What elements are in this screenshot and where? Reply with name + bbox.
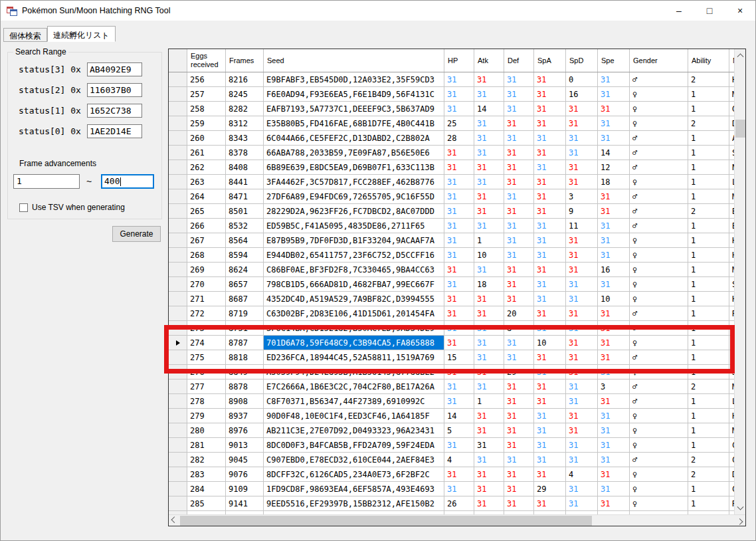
cell-ability[interactable]: 1 [688, 248, 729, 262]
cell-iv[interactable]: 31 [474, 496, 504, 510]
cell-iv[interactable]: 31 [566, 160, 598, 174]
cell-iv[interactable]: 31 [444, 146, 474, 160]
cell-iv[interactable]: 31 [534, 102, 566, 116]
cell-iv[interactable]: 31 [566, 292, 598, 306]
cell-ability[interactable]: 1 [688, 409, 729, 423]
cell-iv[interactable]: 31 [504, 102, 534, 116]
cell-iv[interactable]: 31 [598, 423, 630, 437]
cell-seed[interactable]: 3FA4462F,3C57D817,FCC288EF,462B8776 [264, 175, 444, 189]
cell-iv[interactable]: 31 [598, 306, 630, 320]
cell-frames[interactable]: 8378 [226, 146, 264, 160]
cell-seed[interactable]: E944DB02,65411757,23F6C752,D5CCFF16 [264, 248, 444, 262]
cell-seed[interactable]: AB211C3E,27E07D92,D0493323,96A23431 [264, 423, 444, 437]
cell-ability[interactable]: 1 [688, 87, 729, 101]
cell-ability[interactable]: 1 [688, 219, 729, 233]
cell-gender[interactable]: ♀ [630, 277, 688, 291]
row-header-cell[interactable] [169, 453, 187, 467]
cell-nature[interactable]: D [729, 467, 734, 481]
cell-seed[interactable]: F6E0AD94,F93E6EA5,F6E1B4D9,56F4131C [264, 87, 444, 101]
cell-iv[interactable]: 31 [566, 175, 598, 189]
row-header-cell[interactable] [169, 467, 187, 481]
cell-frames[interactable]: 8937 [226, 409, 264, 423]
cell-iv[interactable]: 31 [534, 277, 566, 291]
row-header-cell[interactable] [169, 423, 187, 437]
cell-eggs-received[interactable]: 271 [187, 292, 226, 306]
cell-iv[interactable]: 31 [534, 248, 566, 262]
cell-nature[interactable]: H [729, 233, 734, 247]
cell-iv[interactable]: 31 [598, 72, 630, 86]
cell-nature[interactable]: N [729, 160, 734, 174]
cell-iv[interactable]: 31 [504, 467, 534, 481]
cell-iv[interactable]: 29 [534, 482, 566, 496]
cell-iv[interactable]: 31 [504, 248, 534, 262]
cell-seed[interactable]: 1FD9CD8F,98693EA4,6EF5857A,493E4693 [264, 482, 444, 496]
cell-iv[interactable]: 31 [474, 87, 504, 101]
cell-iv[interactable]: 31 [504, 189, 534, 203]
cell-iv[interactable]: 31 [598, 116, 630, 130]
cell-iv[interactable]: 31 [566, 277, 598, 291]
cell-iv[interactable]: 31 [474, 146, 504, 160]
cell-iv[interactable]: 31 [504, 146, 534, 160]
cell-seed[interactable]: E7C2666A,1B6E3C2C,704C2F80,BE17A26A [264, 379, 444, 393]
cell-ability[interactable]: 1 [688, 160, 729, 174]
cell-eggs-received[interactable]: 284 [187, 482, 226, 496]
cell-iv[interactable]: 31 [444, 379, 474, 393]
cell-nature[interactable]: M [729, 379, 734, 393]
cell-ability[interactable]: 1 [688, 496, 729, 510]
cell-eggs-received[interactable]: 281 [187, 438, 226, 452]
cell-gender[interactable]: ♂ [630, 306, 688, 320]
cell-iv[interactable]: 31 [474, 263, 504, 276]
cell-frames[interactable]: 8441 [226, 175, 264, 189]
cell-ability[interactable]: 2 [688, 116, 729, 130]
cell-nature[interactable]: G [729, 102, 734, 116]
row-header-cell[interactable] [169, 409, 187, 423]
cell-iv[interactable]: 31 [504, 160, 534, 174]
column-header-spa[interactable]: SpA [534, 49, 566, 72]
cell-iv[interactable]: 31 [504, 277, 534, 291]
cell-iv[interactable]: 31 [504, 482, 534, 496]
vertical-scrollbar[interactable] [734, 49, 745, 514]
tab-individual-search[interactable]: 個体検索 [3, 28, 47, 42]
cell-iv[interactable]: 31 [534, 233, 566, 247]
cell-ability[interactable]: 1 [688, 306, 729, 320]
cell-iv[interactable]: 31 [598, 248, 630, 262]
row-header-cell[interactable] [169, 219, 187, 233]
cell-gender[interactable]: ♀ [630, 438, 688, 452]
cell-iv[interactable]: 14 [598, 146, 630, 160]
cell-gender[interactable]: ♂ [630, 453, 688, 467]
cell-iv[interactable]: 31 [598, 189, 630, 203]
cell-iv[interactable]: 31 [598, 277, 630, 291]
cell-iv[interactable]: 31 [504, 116, 534, 130]
cell-iv[interactable]: 31 [474, 482, 504, 496]
cell-iv[interactable]: 31 [444, 292, 474, 306]
cell-iv[interactable]: 31 [534, 453, 566, 467]
cell-iv[interactable]: 31 [444, 263, 474, 276]
row-header-cell[interactable] [169, 175, 187, 189]
cell-iv[interactable]: 31 [534, 409, 566, 423]
cell-iv[interactable]: 31 [566, 453, 598, 467]
cell-iv[interactable]: 31 [566, 409, 598, 423]
cell-iv[interactable]: 31 [598, 496, 630, 510]
cell-seed[interactable]: 27DF6A89,E94FDC69,72655705,9C16F55D [264, 189, 444, 203]
cell-iv[interactable]: 20 [504, 306, 534, 320]
cell-iv[interactable]: 31 [566, 248, 598, 262]
column-header-spe[interactable]: Spe [598, 49, 630, 72]
horizontal-scrollbar-thumb[interactable] [180, 516, 592, 526]
cell-iv[interactable]: 31 [534, 116, 566, 130]
cell-iv[interactable]: 31 [474, 219, 504, 233]
cell-seed[interactable]: 8DCFF32C,6126CAD5,234A0E73,6F2BF2C [264, 467, 444, 481]
cell-iv[interactable]: 31 [444, 248, 474, 262]
cell-ability[interactable]: 1 [688, 189, 729, 203]
cell-seed[interactable]: C907EBD0,E78ECD32,610CE044,2AEF84E3 [264, 453, 444, 467]
cell-eggs-received[interactable]: 282 [187, 453, 226, 467]
row-header-cell[interactable] [169, 292, 187, 306]
cell-iv[interactable]: 31 [534, 438, 566, 452]
cell-gender[interactable]: ♀ [630, 409, 688, 423]
row-header-cell[interactable] [169, 438, 187, 452]
column-header-def[interactable]: Def [504, 49, 534, 72]
cell-frames[interactable]: 8564 [226, 233, 264, 247]
row-header-cell[interactable] [169, 116, 187, 130]
row-header-cell[interactable] [169, 146, 187, 160]
cell-iv[interactable]: 31 [444, 467, 474, 481]
cell-iv[interactable]: 25 [444, 116, 474, 130]
